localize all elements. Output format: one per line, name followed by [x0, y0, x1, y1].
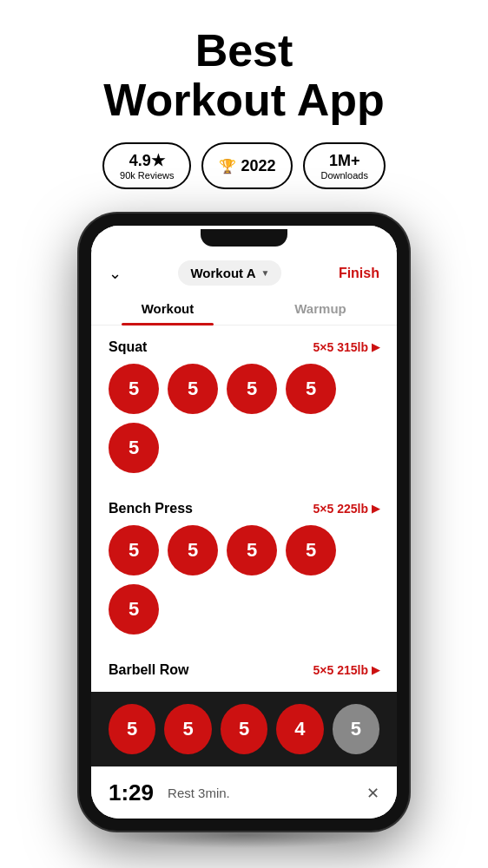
bench-header-row: Bench Press 5×5 225lb ▶: [109, 501, 379, 516]
bottom-set-5[interactable]: 5: [333, 704, 379, 754]
camera-notch: [201, 229, 287, 247]
bench-set-2[interactable]: 5: [168, 525, 218, 575]
badge-award-year: 2022: [241, 157, 275, 175]
bench-arrow-icon: ▶: [372, 503, 379, 515]
close-icon[interactable]: ✕: [366, 784, 379, 803]
badge-downloads-sub: Downloads: [320, 170, 367, 181]
squat-header-row: Squat 5×5 315lb ▶: [109, 339, 379, 355]
workout-name: Workout A: [190, 266, 255, 280]
phone-topbar: [91, 226, 397, 250]
exercise-squat: Squat 5×5 315lb ▶ 5 5 5 5 5: [91, 329, 397, 490]
squat-set-1[interactable]: 5: [109, 364, 159, 414]
barbell-name[interactable]: Barbell Row: [109, 662, 188, 678]
headline: Best Workout App: [103, 26, 385, 125]
rest-timer-time: 1:29: [109, 779, 154, 806]
bottom-set-3[interactable]: 5: [221, 704, 267, 754]
bench-set-1[interactable]: 5: [109, 525, 159, 575]
workout-selector[interactable]: Workout A ▼: [178, 260, 281, 286]
badge-downloads: 1M+ Downloads: [303, 142, 385, 189]
tabs-row: Workout Warmup: [91, 293, 397, 326]
exercise-barbell-row: Barbell Row 5×5 215lb ▶: [91, 652, 397, 692]
bench-meta: 5×5 225lb ▶: [313, 502, 379, 516]
back-chevron-icon[interactable]: ⌄: [109, 264, 122, 283]
header-section: Best Workout App: [86, 0, 402, 142]
dropdown-chevron-icon: ▼: [260, 268, 269, 278]
barbell-arrow-icon: ▶: [372, 664, 379, 676]
squat-meta: 5×5 315lb ▶: [313, 340, 379, 354]
bench-set-4[interactable]: 5: [286, 525, 336, 575]
headline-line1: Best: [195, 25, 293, 76]
squat-set-5[interactable]: 5: [109, 423, 159, 473]
rest-timer-bar: 1:29 Rest 3min. ✕: [91, 766, 397, 819]
bench-sets: 5 5 5 5 5: [109, 525, 379, 635]
exercise-bench-press: Bench Press 5×5 225lb ▶ 5 5 5 5 5: [91, 490, 397, 652]
squat-arrow-icon: ▶: [372, 341, 379, 353]
trophy-icon: 🏆: [219, 158, 236, 174]
headline-line2: Workout App: [103, 75, 385, 125]
squat-sets: 5 5 5 5 5: [109, 364, 379, 473]
badge-downloads-main: 1M+: [329, 152, 360, 170]
bottom-sets-bar: 5 5 5 4 5: [91, 692, 397, 766]
bottom-set-4[interactable]: 4: [276, 704, 323, 754]
bottom-set-2[interactable]: 5: [164, 704, 211, 754]
badge-rating-sub: 90k Reviews: [120, 170, 174, 181]
badge-award-inline: 🏆 2022: [219, 157, 275, 175]
badges-row: 4.9★ 90k Reviews 🏆 2022 1M+ Downloads: [102, 142, 386, 189]
squat-name[interactable]: Squat: [109, 339, 147, 355]
badge-rating: 4.9★ 90k Reviews: [102, 142, 191, 189]
squat-set-4[interactable]: 5: [286, 364, 336, 414]
badge-rating-main: 4.9★: [129, 151, 165, 170]
tab-warmup[interactable]: Warmup: [244, 293, 397, 325]
phone-mockup: ⌄ Workout A ▼ Finish Workout Warmup: [62, 214, 426, 848]
bench-name[interactable]: Bench Press: [109, 501, 193, 516]
bench-set-3[interactable]: 5: [227, 525, 277, 575]
bench-set-5[interactable]: 5: [109, 584, 159, 635]
squat-set-2[interactable]: 5: [168, 364, 218, 414]
finish-button[interactable]: Finish: [339, 266, 379, 281]
badge-award: 🏆 2022: [201, 142, 293, 189]
barbell-header-row: Barbell Row 5×5 215lb ▶: [109, 662, 379, 678]
phone-shell: ⌄ Workout A ▼ Finish Workout Warmup: [79, 214, 409, 831]
tab-workout[interactable]: Workout: [91, 293, 244, 325]
squat-set-3[interactable]: 5: [227, 364, 277, 414]
barbell-meta: 5×5 215lb ▶: [313, 663, 379, 677]
rest-timer-label: Rest 3min.: [168, 786, 353, 800]
phone-screen: ⌄ Workout A ▼ Finish Workout Warmup: [91, 226, 397, 819]
app-header: ⌄ Workout A ▼ Finish: [91, 250, 397, 293]
bottom-set-1[interactable]: 5: [109, 704, 155, 754]
